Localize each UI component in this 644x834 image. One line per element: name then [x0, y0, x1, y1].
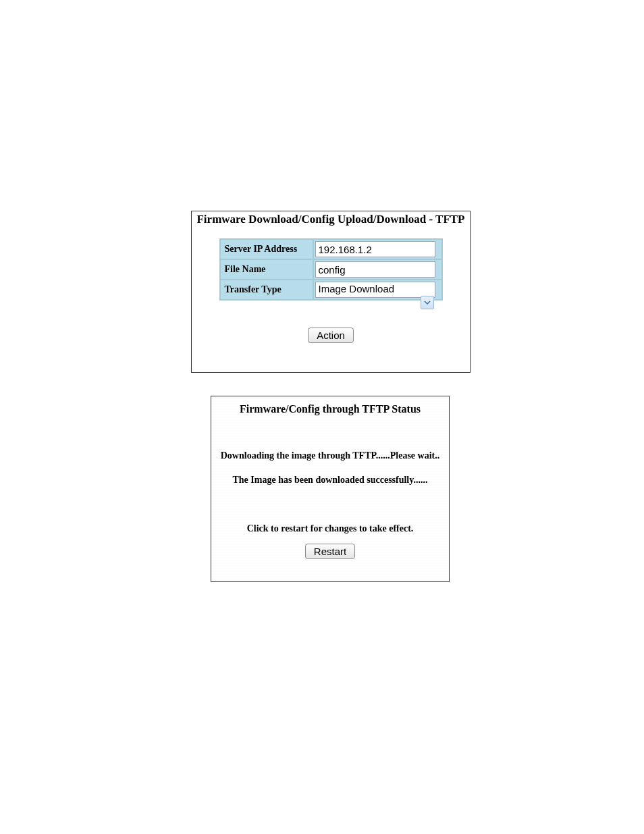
- file-name-input[interactable]: [315, 261, 435, 278]
- server-ip-label: Server IP Address: [221, 240, 313, 259]
- tftp-status-title: Firmware/Config through TFTP Status: [211, 396, 449, 415]
- status-success: The Image has been downloaded successful…: [211, 475, 449, 486]
- restart-button[interactable]: Restart: [305, 544, 355, 559]
- tftp-form-title: Firmware Download/Config Upload/Download…: [192, 211, 470, 226]
- tftp-form-table: Server IP Address File Name Transfer Typ…: [219, 238, 443, 301]
- server-ip-input[interactable]: [315, 241, 435, 257]
- restart-message: Click to restart for changes to take eff…: [211, 523, 449, 534]
- chevron-down-icon: [421, 296, 434, 309]
- transfer-type-select[interactable]: Image Download: [315, 282, 435, 298]
- tftp-form-panel: Firmware Download/Config Upload/Download…: [191, 211, 471, 373]
- tftp-status-panel: Firmware/Config through TFTP Status Down…: [211, 396, 450, 582]
- transfer-type-value: Image Download: [316, 282, 421, 295]
- action-button[interactable]: Action: [308, 328, 354, 343]
- transfer-type-label: Transfer Type: [221, 280, 313, 299]
- file-name-label: File Name: [221, 260, 313, 279]
- status-downloading: Downloading the image through TFTP......…: [211, 450, 449, 461]
